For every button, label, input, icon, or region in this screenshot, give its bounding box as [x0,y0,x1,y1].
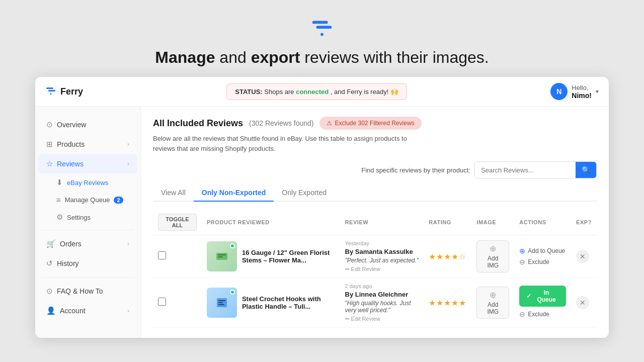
svg-rect-1 [316,26,332,29]
table-row: Steel Crochet Hooks with Plastic Handle … [153,278,597,328]
sidebar-label-ebay-reviews: eBay Reviews [67,179,108,187]
review-date-1: Yesterday [345,240,419,246]
stars-2: ★★★★★ [429,298,466,308]
sidebar-label-faq: FAQ & How To [57,287,103,295]
row-image-2: ⊕ Add IMG [471,278,514,328]
col-actions: ACTIONS [514,210,571,235]
sidebar-label-overview: Overview [57,121,86,129]
add-to-queue-button-1[interactable]: ⊕ Add to Queue [519,245,565,256]
hero-title: Manage and export reviews with their ima… [10,48,634,67]
sidebar: ⊙ Overview ⊞ Products › ☆ Reviews › [35,107,141,338]
search-area: Find specific reviews by their product: … [153,161,597,178]
svg-rect-4 [48,90,55,92]
svg-point-5 [50,93,52,95]
search-input[interactable] [475,162,576,178]
col-exp: EXP? [571,210,597,235]
tab-only-exported[interactable]: Only Exported [274,185,335,202]
products-chevron: › [127,141,129,148]
ebay-reviews-icon: ⬇ [56,178,63,187]
exclude-icon-1: ⊖ [519,258,525,266]
exclude-icon-2: ⊖ [519,310,525,318]
sidebar-label-orders: Orders [60,240,82,248]
sidebar-item-orders[interactable]: 🛒 Orders › [38,234,137,253]
faq-icon: ⊙ [46,287,53,296]
app-window: Ferry STATUS: Shops are connected , and … [35,77,609,338]
col-review: REVIEW [340,210,424,235]
sidebar-label-reviews: Reviews [57,160,84,168]
svg-rect-10 [218,300,225,301]
sidebar-item-manage-queue[interactable]: ≡ Manage Queue 2 [38,192,137,208]
product-status-dot-2 [230,290,235,295]
app-name: Ferry [60,86,83,97]
col-product: PRODUCT REVIEWED [202,210,340,235]
row-review-1: Yesterday By Samanta Kassulke "Perfect. … [340,235,424,278]
reviews-header: All Included Reviews (302 Reviews found)… [153,117,597,130]
sidebar-label-history: History [57,259,79,267]
col-rating: RATING [424,210,471,235]
row-actions-2: ✓ In Queue ⊖ Exclude [514,278,571,328]
tab-view-all[interactable]: View All [153,185,194,202]
account-chevron: › [127,307,129,314]
col-image: IMAGE [471,210,514,235]
in-queue-button-2[interactable]: ✓ In Queue [519,286,566,307]
avatar: N [550,83,568,100]
sidebar-divider-2 [41,277,134,278]
settings-icon: ⚙ [56,213,63,222]
svg-rect-0 [312,21,328,24]
col-select: TOGGLE ALL [153,210,202,235]
app-body: ⊙ Overview ⊞ Products › ☆ Reviews › [35,107,609,338]
edit-review-link-1[interactable]: ✏ Edit Review [345,266,419,273]
exclude-button-1[interactable]: ⊖ Exclude [519,256,549,267]
sidebar-label-manage-queue: Manage Queue [65,196,110,204]
status-badge: STATUS: Shops are connected , and Ferry … [226,83,407,100]
row-rating-2: ★★★★★ [424,278,471,328]
review-text-1: "Perfect. Just as expected." [345,257,419,264]
row-review-2: 2 days ago By Linnea Gleichner "High qua… [340,278,424,328]
sidebar-item-reviews[interactable]: ☆ Reviews › [38,154,137,173]
stars-1: ★★★★☆ [429,252,466,261]
row-2-checkbox[interactable] [158,298,166,306]
reviews-icon: ☆ [46,159,53,168]
exclude-filtered-button[interactable]: ⚠ Exclude 302 Filtered Reviews [319,117,421,130]
hero-section: Manage and export reviews with their ima… [0,0,644,77]
history-icon: ↺ [46,259,53,268]
app-header: Ferry STATUS: Shops are connected , and … [35,77,609,107]
remove-row-button-2[interactable]: ✕ [576,296,589,309]
add-img-button-1[interactable]: ⊕ Add IMG [476,240,509,273]
products-icon: ⊞ [46,140,53,149]
review-text-2: "High quality hooks. Just very well pric… [345,300,419,314]
reviews-count: (302 Reviews found) [249,119,313,127]
svg-rect-3 [46,87,53,89]
product-name-2: Steel Crochet Hooks with Plastic Handle … [242,295,335,310]
reviews-chevron: › [127,160,129,167]
svg-rect-7 [218,254,226,255]
sidebar-item-products[interactable]: ⊞ Products › [38,135,137,154]
row-product-2: Steel Crochet Hooks with Plastic Handle … [202,278,340,328]
row-image-1: ⊕ Add IMG [471,235,514,278]
add-queue-icon-1: ⊕ [519,247,525,255]
add-img-icon-1: ⊕ [490,244,496,253]
remove-row-button-1[interactable]: ✕ [576,250,589,263]
sidebar-item-history[interactable]: ↺ History [38,254,137,273]
exclude-button-2[interactable]: ⊖ Exclude [519,309,549,320]
user-area[interactable]: N Hello, Nimo! ▾ [550,83,599,100]
row-actions-1: ⊕ Add to Queue ⊖ Exclude [514,235,571,278]
add-img-button-2[interactable]: ⊕ Add IMG [476,287,509,319]
sidebar-item-faq[interactable]: ⊙ FAQ & How To [38,282,137,301]
tab-only-non-exported[interactable]: Only Non-Exported [194,185,274,202]
toggle-all-button[interactable]: TOGGLE ALL [158,214,197,231]
in-queue-check-icon: ✓ [526,293,531,300]
row-1-checkbox[interactable] [158,251,166,259]
search-button[interactable]: 🔍 [576,162,596,178]
product-status-dot-1 [230,243,235,248]
product-image-1 [207,241,237,272]
user-menu-chevron[interactable]: ▾ [596,88,599,95]
row-exp-1: ✕ [571,235,597,278]
sidebar-item-settings[interactable]: ⚙ Settings [38,209,137,226]
sidebar-item-account[interactable]: 👤 Account › [38,301,137,320]
sidebar-item-ebay-reviews[interactable]: ⬇ eBay Reviews [38,174,137,191]
edit-review-link-2[interactable]: ✏ Edit Review [345,316,419,322]
row-product-1: 16 Gauge / 12" Green Florist Stems – Flo… [202,235,340,278]
search-input-wrap: 🔍 [474,161,597,178]
sidebar-item-overview[interactable]: ⊙ Overview [38,115,137,134]
